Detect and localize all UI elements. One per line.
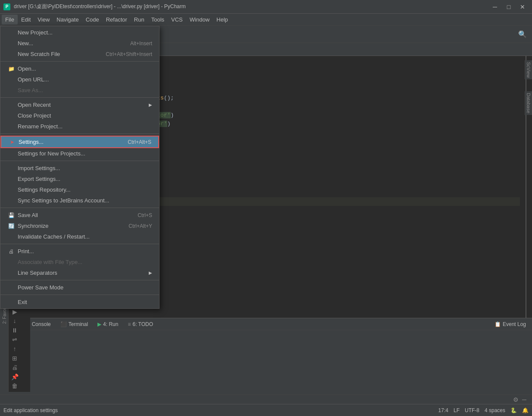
menu-code[interactable]: Code (82, 15, 103, 25)
run-tab-icon: ▶ (97, 321, 101, 327)
menu-section-settings: ➤ Settings... Ctrl+Alt+S Settings for Ne… (0, 135, 159, 160)
tab-terminal[interactable]: ⬛ Terminal (56, 320, 92, 329)
up-icon[interactable]: ↑ (9, 345, 21, 353)
menu-open-url[interactable]: Open URL... (0, 74, 159, 85)
menu-bar: File Edit View Navigate Code Refactor Ru… (0, 14, 532, 26)
synchronize-icon: 🔄 (7, 223, 15, 229)
menu-run[interactable]: Run (131, 15, 148, 25)
line-separator[interactable]: LF (454, 407, 460, 413)
menu-new-scratch-file[interactable]: New Scratch File Ctrl+Alt+Shift+Insert (0, 49, 159, 59)
line-sep-label: Line Separators (18, 270, 149, 276)
menu-close-project[interactable]: Close Project (0, 110, 159, 121)
pause-icon[interactable]: ⏸ (9, 326, 21, 335)
save-all-label: Save All (18, 212, 138, 218)
todo-label: 6: TODO (132, 321, 153, 327)
menu-import-settings[interactable]: Import Settings... (0, 163, 159, 174)
app-icon: P (3, 3, 10, 10)
close-button[interactable]: ✕ (516, 3, 529, 11)
menu-open-recent[interactable]: Open Recent ▶ (0, 99, 159, 110)
menu-power-save-mode[interactable]: Power Save Mode (0, 282, 159, 293)
print-label: Print... (18, 248, 152, 255)
minimize-panel-icon[interactable]: ─ (520, 395, 529, 404)
file-encoding[interactable]: UTF-8 (465, 407, 479, 413)
menu-section-recent: Open Recent ▶ Close Project Rename Proje… (0, 99, 159, 133)
new-scratch-shortcut: Ctrl+Alt+Shift+Insert (106, 51, 152, 57)
menu-new[interactable]: New... Alt+Insert (0, 38, 159, 49)
menu-rename-project[interactable]: Rename Project... (0, 121, 159, 132)
cursor-position[interactable]: 17:4 (438, 407, 448, 413)
pin-icon[interactable]: 📌 (9, 373, 21, 381)
menu-invalidate-caches[interactable]: Invalidate Caches / Restart... (0, 231, 159, 242)
menu-exit[interactable]: Exit (0, 297, 159, 307)
settings-arrow-icon: ➤ (8, 139, 16, 145)
new-scratch-label: New Scratch File (18, 51, 106, 57)
open-url-label: Open URL... (18, 76, 152, 83)
title-bar: P driver [G:\桌面\PyIDEtest\controllers\dr… (0, 0, 532, 14)
menu-vcs[interactable]: VCS (168, 15, 186, 25)
scview-panel-label[interactable]: ScView (525, 60, 532, 79)
trash-icon[interactable]: 🗑 (9, 382, 21, 391)
separator-6 (0, 244, 159, 244)
menu-settings[interactable]: ➤ Settings... Ctrl+Alt+S (0, 136, 159, 148)
menu-settings-repository[interactable]: Settings Repository... (0, 184, 159, 195)
python-interpreter[interactable]: 🐍 (510, 407, 517, 413)
open-icon: 📁 (7, 66, 15, 72)
menu-tools[interactable]: Tools (148, 15, 168, 25)
menu-view[interactable]: View (34, 15, 53, 25)
tab-event-log[interactable]: 📋 Event Log (490, 320, 530, 329)
sync-label: Sync Settings to JetBrains Account... (18, 197, 152, 204)
menu-file[interactable]: File (2, 15, 18, 25)
menu-section-save-sync: 💾 Save All Ctrl+S 🔄 Synchronize Ctrl+Alt… (0, 209, 159, 243)
power-save-label: Power Save Mode (18, 284, 152, 291)
indent-setting[interactable]: 4 spaces (485, 407, 505, 413)
favorites-strip: 2: Favorites (0, 306, 9, 392)
menu-settings-new-projects[interactable]: Settings for New Projects... (0, 148, 159, 159)
menu-open[interactable]: 📁 Open... (0, 63, 159, 74)
menu-line-separators[interactable]: Line Separators ▶ (0, 267, 159, 278)
bottom-content (0, 330, 532, 394)
menu-export-settings[interactable]: Export Settings... (0, 174, 159, 184)
settings-new-label: Settings for New Projects... (18, 150, 152, 157)
tab-todo[interactable]: ≡ 6: TODO (123, 320, 157, 329)
menu-navigate[interactable]: Navigate (53, 15, 82, 25)
print-icon[interactable]: 🖨 (9, 363, 21, 372)
tab-run[interactable]: ▶ 4: Run (93, 320, 122, 329)
save-all-icon: 💾 (7, 212, 15, 218)
separator-3 (0, 133, 159, 134)
new-shortcut: Alt+Insert (130, 40, 152, 47)
menu-window[interactable]: Window (186, 15, 213, 25)
menu-new-project[interactable]: New Project... (0, 27, 159, 38)
wrap-icon[interactable]: ⇌ (9, 335, 21, 344)
new-project-label: New Project... (18, 29, 152, 36)
status-bar: Edit application settings 17:4 LF UTF-8 … (0, 404, 532, 416)
database-panel-label[interactable]: Database (525, 91, 532, 115)
run-tab-label: 4: Run (103, 321, 118, 327)
down-icon[interactable]: ↓ (9, 317, 21, 326)
menu-refactor[interactable]: Refactor (103, 15, 131, 25)
menu-sync-settings[interactable]: Sync Settings to JetBrains Account... (0, 195, 159, 206)
menu-help[interactable]: Help (213, 15, 232, 25)
favorites-label[interactable]: 2: Favorites (1, 309, 8, 316)
grid-icon[interactable]: ⊞ (9, 354, 21, 363)
menu-save-all[interactable]: 💾 Save All Ctrl+S (0, 210, 159, 220)
settings-gear-icon[interactable]: ⚙ (511, 395, 520, 404)
terminal-label: Terminal (69, 321, 88, 327)
exit-label: Exit (18, 299, 152, 305)
menu-edit[interactable]: Edit (18, 15, 34, 25)
separator-8 (0, 295, 159, 295)
notification-icon[interactable]: 🔔 (522, 407, 529, 413)
status-message: Edit application settings (3, 407, 58, 413)
menu-synchronize[interactable]: 🔄 Synchronize Ctrl+Alt+Y (0, 220, 159, 231)
separator-4 (0, 161, 159, 161)
search-everywhere-button[interactable]: 🔍 (516, 28, 529, 40)
window-controls: ─ □ ✕ (489, 3, 529, 11)
menu-print[interactable]: 🖨 Print... (0, 246, 159, 257)
menu-section-exit: Exit (0, 296, 159, 308)
invalidate-label: Invalidate Caches / Restart... (18, 233, 152, 240)
synchronize-label: Synchronize (18, 223, 128, 229)
menu-section-new: New Project... New... Alt+Insert New Scr… (0, 26, 159, 60)
settings-shortcut: Ctrl+Alt+S (128, 139, 151, 145)
minimize-button[interactable]: ─ (489, 3, 501, 11)
window-title: driver [G:\桌面\PyIDEtest\controllers\driv… (14, 3, 489, 10)
maximize-button[interactable]: □ (503, 3, 515, 11)
